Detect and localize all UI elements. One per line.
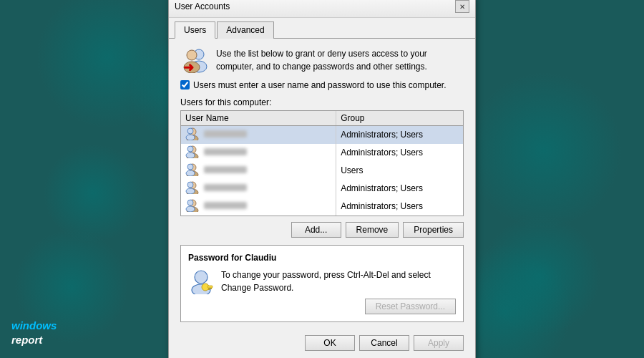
users-icon: ➜ bbox=[180, 47, 209, 73]
password-text: To change your password, press Ctrl-Alt-… bbox=[221, 268, 456, 294]
svg-point-24 bbox=[195, 271, 208, 284]
table-row[interactable]: Administrators; Users bbox=[181, 198, 463, 216]
table-row[interactable]: Administrators; Users bbox=[181, 125, 463, 144]
svg-point-6 bbox=[187, 128, 193, 134]
table-cell-group: Administrators; Users bbox=[336, 125, 463, 144]
col-username: User Name bbox=[181, 111, 336, 126]
users-must-login-checkbox[interactable] bbox=[180, 80, 190, 90]
watermark: windows report bbox=[11, 319, 57, 347]
password-inner: To change your password, press Ctrl-Alt-… bbox=[188, 268, 456, 314]
cancel-button[interactable]: Cancel bbox=[359, 335, 409, 351]
col-group: Group bbox=[336, 111, 463, 126]
svg-point-23 bbox=[186, 206, 195, 212]
user-row-name-cell bbox=[185, 127, 247, 140]
table-cell-group: Users bbox=[336, 162, 463, 180]
reset-password-button[interactable]: Reset Password... bbox=[365, 299, 456, 314]
password-section-title: Password for Claudiu bbox=[188, 253, 456, 263]
remove-button[interactable]: Remove bbox=[346, 222, 399, 238]
svg-point-14 bbox=[187, 164, 193, 170]
tab-users[interactable]: Users bbox=[175, 21, 215, 39]
blurred-username bbox=[204, 148, 247, 155]
tab-bar: Users Advanced bbox=[169, 18, 475, 39]
user-table: User Name Group bbox=[181, 111, 463, 216]
bottom-buttons: OK Cancel Apply bbox=[180, 331, 464, 354]
checkbox-label[interactable]: Users must enter a user name and passwor… bbox=[193, 80, 447, 90]
table-row[interactable]: Users bbox=[181, 162, 463, 180]
svg-point-22 bbox=[187, 200, 193, 205]
watermark-line2: report bbox=[11, 333, 57, 347]
apply-button[interactable]: Apply bbox=[414, 335, 464, 351]
title-bar: User Accounts ✕ bbox=[169, 0, 475, 18]
table-row[interactable]: Administrators; Users bbox=[181, 144, 463, 162]
info-row: ➜ Use the list below to grant or deny us… bbox=[180, 47, 464, 73]
svg-rect-29 bbox=[208, 288, 210, 290]
table-cell-group: Administrators; Users bbox=[336, 198, 463, 216]
dialog-title: User Accounts bbox=[175, 1, 230, 11]
user-table-container: User Name Group bbox=[180, 110, 464, 216]
table-row[interactable]: Administrators; Users bbox=[181, 180, 463, 198]
add-button[interactable]: Add... bbox=[291, 222, 341, 238]
password-section: Password for Claudiu To change you bbox=[180, 245, 464, 322]
password-icon bbox=[188, 268, 214, 294]
table-cell-group: Administrators; Users bbox=[336, 180, 463, 198]
blurred-username bbox=[204, 130, 247, 137]
tab-advanced[interactable]: Advanced bbox=[217, 21, 273, 39]
password-content: To change your password, press Ctrl-Alt-… bbox=[221, 268, 456, 314]
svg-point-19 bbox=[186, 188, 195, 194]
info-text: Use the list below to grant or deny user… bbox=[216, 47, 464, 73]
properties-button[interactable]: Properties bbox=[403, 222, 464, 238]
svg-point-11 bbox=[186, 153, 195, 158]
svg-point-2 bbox=[187, 50, 197, 60]
blurred-username bbox=[204, 184, 247, 191]
svg-point-7 bbox=[186, 135, 195, 140]
action-buttons: Add... Remove Properties bbox=[180, 222, 464, 238]
watermark-line1: windows bbox=[11, 319, 57, 333]
table-cell-group: Administrators; Users bbox=[336, 144, 463, 162]
svg-point-10 bbox=[187, 146, 193, 152]
dialog-content: ➜ Use the list below to grant or deny us… bbox=[169, 39, 475, 359]
dialog-window: User Accounts ✕ Users Advanced bbox=[168, 0, 476, 358]
svg-rect-27 bbox=[208, 286, 213, 288]
svg-rect-28 bbox=[210, 288, 212, 289]
users-section-label: Users for this computer: bbox=[180, 97, 464, 107]
checkbox-row: Users must enter a user name and passwor… bbox=[180, 80, 464, 90]
blurred-username bbox=[204, 166, 247, 173]
password-btn-row: Reset Password... bbox=[221, 299, 456, 314]
svg-point-15 bbox=[186, 170, 195, 176]
ok-button[interactable]: OK bbox=[305, 335, 355, 351]
close-button[interactable]: ✕ bbox=[455, 0, 469, 13]
blurred-username bbox=[204, 202, 247, 209]
svg-point-18 bbox=[187, 182, 193, 188]
